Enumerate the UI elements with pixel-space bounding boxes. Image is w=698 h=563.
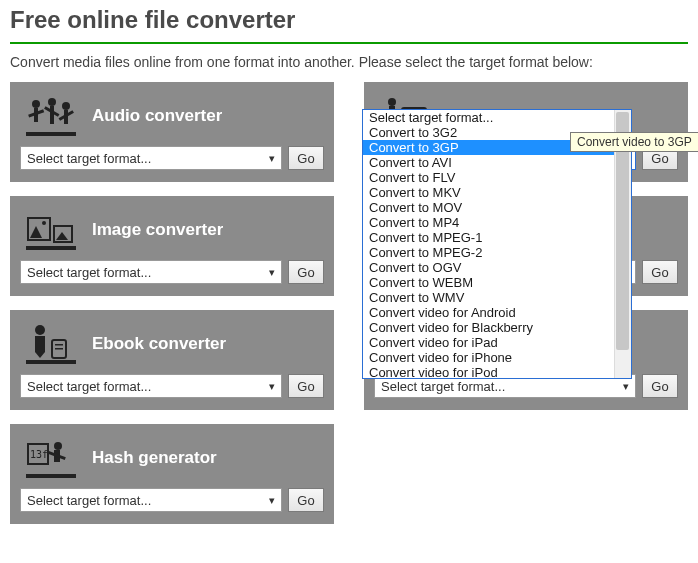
svg-rect-9 <box>26 132 76 136</box>
hash-go-button[interactable]: Go <box>288 488 324 512</box>
image-icon <box>24 208 78 252</box>
svg-point-6 <box>62 102 70 110</box>
dropdown-option[interactable]: Convert to FLV <box>363 170 631 185</box>
image-converter-card: Image converter Select target format... … <box>10 196 334 296</box>
page-title: Free online file converter <box>10 6 688 34</box>
dropdown-option[interactable]: Select target format... <box>363 110 631 125</box>
svg-rect-20 <box>26 360 76 364</box>
hash-format-select[interactable]: Select target format... <box>20 488 282 512</box>
converter-grid: Audio converter Select target format... … <box>10 82 688 524</box>
dropdown-option[interactable]: Convert to OGV <box>363 260 631 275</box>
audio-format-select[interactable]: Select target format... <box>20 146 282 170</box>
dropdown-option[interactable]: Convert video for Blackberry <box>363 320 631 335</box>
audio-converter-card: Audio converter Select target format... … <box>10 82 334 182</box>
image-go-button[interactable]: Go <box>288 260 324 284</box>
ebook-card-title: Ebook converter <box>92 334 226 354</box>
svg-point-12 <box>42 221 46 225</box>
dropdown-option[interactable]: Convert video for iPod <box>363 365 631 378</box>
image-card-head: Image converter <box>20 204 324 260</box>
dropdown-option[interactable]: Convert video for iPhone <box>363 350 631 365</box>
hash-generator-card: 13f Hash generator Select target format.… <box>10 424 334 524</box>
audio-card-title: Audio converter <box>92 106 222 126</box>
svg-rect-26 <box>26 474 76 478</box>
divider <box>10 42 688 44</box>
left-column: Audio converter Select target format... … <box>10 82 334 524</box>
audio-icon <box>24 94 78 138</box>
audio-card-head: Audio converter <box>20 90 324 146</box>
svg-point-27 <box>388 98 396 106</box>
dropdown-option[interactable]: Convert to MP4 <box>363 215 631 230</box>
ebook-card-head: Ebook converter <box>20 318 324 374</box>
dropdown-option[interactable]: Convert to MKV <box>363 185 631 200</box>
image-card-title: Image converter <box>92 220 223 240</box>
dropdown-option[interactable]: Convert video for Android <box>363 305 631 320</box>
svg-point-0 <box>32 100 40 108</box>
dropdown-option[interactable]: Convert to WEBM <box>363 275 631 290</box>
ebook-converter-card: Ebook converter Select target format... … <box>10 310 334 410</box>
ebook-icon <box>24 322 78 366</box>
hash-icon: 13f <box>24 436 78 480</box>
hash-card-title: Hash generator <box>92 448 217 468</box>
option-tooltip: Convert video to 3GP <box>570 132 698 152</box>
dropdown-option[interactable]: Convert to AVI <box>363 155 631 170</box>
svg-point-21 <box>54 442 62 450</box>
svg-marker-11 <box>30 226 42 238</box>
audio-go-button[interactable]: Go <box>288 146 324 170</box>
svg-marker-14 <box>56 232 68 240</box>
intro-text: Convert media files online from one form… <box>10 54 688 70</box>
svg-text:13f: 13f <box>30 449 48 460</box>
svg-rect-18 <box>55 344 63 346</box>
svg-rect-19 <box>55 348 63 350</box>
dropdown-option[interactable]: Convert to MOV <box>363 200 631 215</box>
svg-point-16 <box>35 325 45 335</box>
dropdown-option[interactable]: Convert to MPEG-2 <box>363 245 631 260</box>
hash-card-head: 13f Hash generator <box>20 432 324 488</box>
dropdown-option[interactable]: Convert to MPEG-1 <box>363 230 631 245</box>
dropdown-option[interactable]: Convert to WMV <box>363 290 631 305</box>
svg-rect-15 <box>26 246 76 250</box>
svg-point-3 <box>48 98 56 106</box>
ebook-go-button[interactable]: Go <box>288 374 324 398</box>
dropdown-option[interactable]: Convert video for iPad <box>363 335 631 350</box>
image-format-select[interactable]: Select target format... <box>20 260 282 284</box>
archive-go-button[interactable]: Go <box>642 374 678 398</box>
svg-rect-4 <box>50 106 54 124</box>
ebook-format-select[interactable]: Select target format... <box>20 374 282 398</box>
document-go-button[interactable]: Go <box>642 260 678 284</box>
